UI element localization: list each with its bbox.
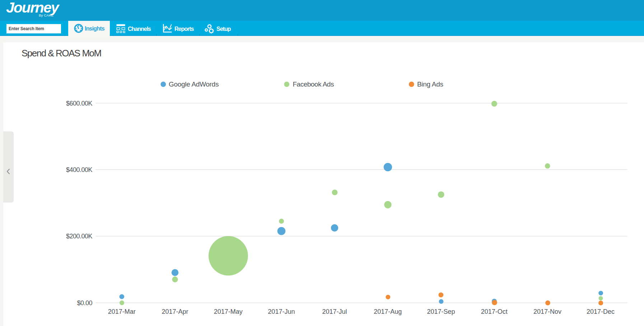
svg-text:$600.00K: $600.00K bbox=[66, 100, 93, 107]
svg-text:2017-Dec: 2017-Dec bbox=[587, 308, 615, 315]
svg-text:$200.00K: $200.00K bbox=[66, 233, 93, 240]
svg-text:2017-Apr: 2017-Apr bbox=[162, 308, 188, 315]
svg-text:$400.00K: $400.00K bbox=[66, 166, 93, 173]
svg-text:2017-Mar: 2017-Mar bbox=[108, 308, 136, 315]
svg-text:2017-Jul: 2017-Jul bbox=[322, 308, 347, 315]
svg-text:2017-Aug: 2017-Aug bbox=[374, 308, 402, 315]
svg-text:2017-Oct: 2017-Oct bbox=[481, 308, 508, 315]
svg-text:Google AdWords: Google AdWords bbox=[169, 80, 219, 88]
svg-text:Bing Ads: Bing Ads bbox=[417, 80, 443, 88]
svg-text:2017-Nov: 2017-Nov bbox=[533, 308, 561, 315]
svg-text:2017-Jun: 2017-Jun bbox=[268, 308, 295, 315]
svg-text:Facebook Ads: Facebook Ads bbox=[293, 80, 334, 88]
svg-text:2017-Sep: 2017-Sep bbox=[427, 308, 455, 315]
svg-text:$0.00: $0.00 bbox=[77, 299, 92, 307]
svg-text:2017-May: 2017-May bbox=[214, 308, 243, 315]
